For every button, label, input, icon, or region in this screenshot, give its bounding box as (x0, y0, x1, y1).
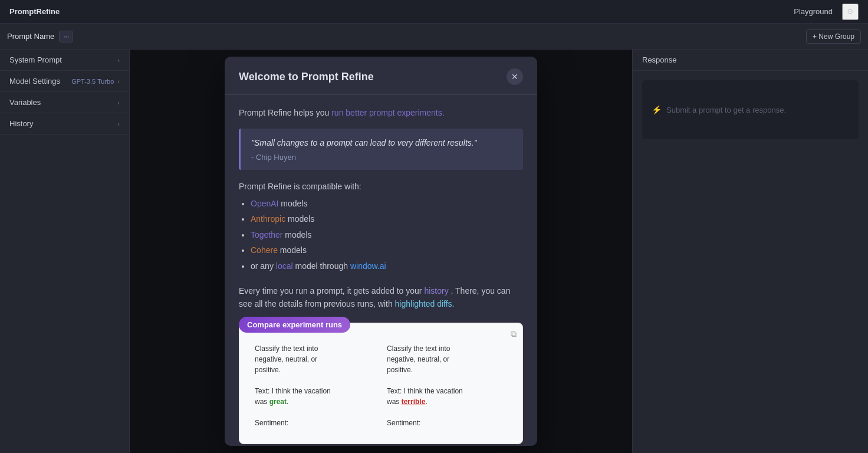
new-group-button[interactable]: + New Group (806, 29, 861, 44)
chevron-icon: ‹ (117, 99, 120, 106)
app-title: PromptRefine (9, 7, 60, 16)
compare-badge: Compare experiment runs (239, 317, 350, 333)
list-item: Cohere models (251, 244, 523, 257)
response-header: Response (633, 50, 868, 71)
response-placeholder-text: Submit a prompt to get a response. (666, 106, 786, 114)
sidebar-item-label: System Prompt (9, 55, 62, 64)
modal-intro: Prompt Refine helps you run better promp… (239, 107, 523, 119)
sidebar-item-model-settings[interactable]: Model Settings GPT-3.5 Turbo ‹ (0, 71, 129, 92)
sidebar-item-label: Variables (9, 98, 41, 107)
openai-link[interactable]: OpenAI (251, 199, 278, 208)
sidebar-item-label: History (9, 119, 33, 128)
compare-col-right: Classify the text into negative, neutral… (381, 337, 513, 434)
list-item: or any local model through window.ai (251, 260, 523, 273)
compare-section: Compare experiment runs ⧉ Classify the t… (239, 323, 523, 444)
quote-author: - Chip Huyen (251, 153, 512, 162)
cohere-link[interactable]: Cohere (251, 245, 278, 255)
response-placeholder: ⚡ Submit a prompt to get a response. (642, 80, 859, 139)
sidebar: System Prompt ‹ Model Settings GPT-3.5 T… (0, 50, 130, 453)
history-link[interactable]: history (424, 286, 448, 296)
chevron-icon: ‹ (117, 57, 120, 64)
top-nav: PromptRefine Playground ⚙ (0, 0, 868, 24)
quote-block: "Small changes to a prompt can lead to v… (239, 129, 523, 170)
modal-overlay: Welcome to Prompt Refine ✕ Prompt Refine… (130, 50, 632, 453)
sidebar-item-system-prompt[interactable]: System Prompt ‹ (0, 50, 129, 71)
local-link[interactable]: local (276, 261, 293, 271)
intro-text: Prompt Refine helps you (239, 108, 331, 117)
response-panel: Response ⚡ Submit a prompt to get a resp… (632, 50, 868, 453)
sub-nav: Prompt Name ··· + New Group (0, 24, 868, 50)
nav-right: Playground ⚙ (794, 4, 859, 20)
copy-button[interactable]: ⧉ (511, 329, 517, 339)
settings-button[interactable]: ⚙ (842, 4, 859, 20)
model-badge: GPT-3.5 Turbo (71, 78, 114, 85)
history-paragraph: Every time you run a prompt, it gets add… (239, 284, 523, 311)
welcome-modal: Welcome to Prompt Refine ✕ Prompt Refine… (225, 57, 537, 446)
modal-header: Welcome to Prompt Refine ✕ (225, 57, 537, 95)
playground-link[interactable]: Playground (794, 7, 833, 16)
highlight-terrible: terrible (402, 398, 426, 406)
prompt-name-area: Prompt Name ··· (7, 31, 73, 42)
sidebar-item-history[interactable]: History ‹ (0, 113, 129, 134)
more-button[interactable]: ··· (59, 31, 73, 42)
highlight-great: great (269, 398, 287, 406)
response-body: ⚡ Submit a prompt to get a response. (633, 71, 868, 149)
list-item: OpenAI models (251, 197, 523, 210)
list-item: Together models (251, 228, 523, 241)
modal-close-button[interactable]: ✕ (507, 68, 523, 85)
compare-col-left: Classify the text into negative, neutral… (249, 337, 381, 434)
compat-list: OpenAI models Anthropic models Together … (239, 197, 523, 273)
content-area: Welcome to Prompt Refine ✕ Prompt Refine… (130, 50, 632, 453)
list-item: Anthropic models (251, 212, 523, 225)
compare-card: ⧉ Classify the text into negative, neutr… (239, 323, 523, 444)
quote-text: "Small changes to a prompt can lead to v… (251, 137, 512, 149)
windowai-link[interactable]: window.ai (350, 261, 386, 271)
modal-title: Welcome to Prompt Refine (239, 71, 374, 83)
sidebar-item-label: Model Settings (9, 77, 60, 86)
highlighted-diffs-link[interactable]: highlighted diffs. (395, 299, 455, 308)
compat-title: Prompt Refine is compatible with: (239, 182, 523, 191)
prompt-name-label: Prompt Name (7, 32, 54, 41)
sidebar-item-variables[interactable]: Variables ‹ (0, 92, 129, 113)
chevron-icon: ‹ (117, 120, 120, 127)
lightning-icon: ⚡ (652, 105, 662, 114)
chevron-icon: ‹ (117, 78, 120, 85)
modal-body: Prompt Refine helps you run better promp… (225, 95, 537, 446)
anthropic-link[interactable]: Anthropic (251, 214, 285, 224)
main-layout: System Prompt ‹ Model Settings GPT-3.5 T… (0, 50, 868, 453)
intro-link[interactable]: run better prompt experiments. (331, 108, 444, 117)
together-link[interactable]: Together (251, 230, 282, 239)
